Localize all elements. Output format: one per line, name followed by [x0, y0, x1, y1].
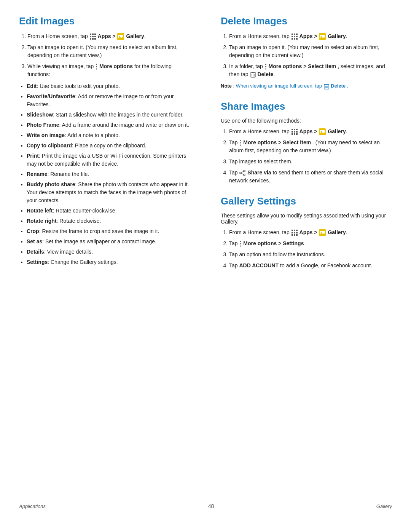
svg-rect-51 — [294, 133, 295, 135]
share-via-icon — [239, 170, 245, 176]
svg-rect-16 — [292, 34, 293, 35]
delete-step-3-delete: Delete — [257, 71, 273, 77]
svg-rect-65 — [292, 230, 293, 231]
svg-rect-17 — [294, 34, 295, 35]
trash-icon-note — [324, 83, 329, 89]
edit-bullets: Edit: Use basic tools to edit your photo… — [19, 82, 190, 266]
svg-rect-4 — [92, 36, 94, 37]
svg-point-29 — [265, 64, 266, 65]
bullet-details: Details: View image details. — [27, 248, 190, 256]
svg-rect-47 — [292, 131, 293, 133]
note-label: Note — [221, 83, 232, 89]
delete-note: Note : When viewing an image full screen… — [221, 82, 392, 90]
delete-step-3-prefix: In a folder, tap — [229, 63, 264, 69]
bullet-slideshow: Slideshow: Start a slideshow with the im… — [27, 111, 190, 119]
share-images-intro: Use one of the following methods: — [221, 118, 392, 124]
share-images-title: Share Images — [221, 101, 392, 112]
delete-step-1-text: From a Home screen, tap — [229, 33, 291, 39]
more-options-icon-3 — [239, 140, 241, 146]
svg-rect-49 — [296, 131, 298, 133]
svg-rect-46 — [296, 129, 298, 130]
svg-point-13 — [96, 64, 97, 65]
svg-point-31 — [265, 69, 266, 70]
share-step-3: Tap images to select them. — [229, 158, 392, 166]
svg-rect-24 — [296, 38, 298, 40]
gallery-settings-title: Gallery Settings — [221, 195, 392, 207]
note-text: : When viewing an image full screen, tap — [233, 83, 323, 89]
bullet-rotate-left: Rotate left: Rotate counter-clockwise. — [27, 207, 190, 215]
edit-step-2: Tap an image to open it. (You may need t… — [27, 43, 190, 59]
svg-rect-72 — [294, 234, 295, 236]
share-step-1-text: From a Home screen, tap — [229, 128, 291, 134]
gallery-settings-steps: From a Home screen, tap — [221, 228, 392, 270]
apps-icon-4 — [292, 230, 298, 236]
svg-rect-66 — [294, 230, 295, 231]
footer-page-number: 48 — [208, 503, 214, 509]
share-step-1: From a Home screen, tap — [229, 128, 392, 136]
svg-point-58 — [240, 142, 241, 143]
edit-step-3: While viewing an image, tap More options… — [27, 62, 190, 78]
right-column: Delete Images From a Home screen, tap — [213, 15, 392, 499]
bullet-set-as: Set as: Set the image as wallpaper or a … — [27, 238, 190, 246]
more-options-icon-4 — [239, 241, 241, 247]
gallery-step-1-gallery: Gallery — [328, 229, 346, 235]
more-options-icon-2 — [265, 64, 267, 70]
gallery-step-4-bold: ADD ACCOUNT — [239, 262, 279, 268]
bullet-rotate-right: Rotate right: Rotate clockwise. — [27, 217, 190, 225]
svg-rect-2 — [94, 34, 96, 35]
svg-point-61 — [240, 172, 241, 174]
svg-rect-45 — [294, 129, 295, 130]
svg-point-79 — [240, 243, 241, 244]
bullet-write-on-image: Write on image: Add a note to a photo. — [27, 131, 190, 139]
gallery-step-2-bold: More options > Settings — [243, 240, 304, 246]
svg-rect-52 — [296, 133, 298, 135]
gallery-step-4-prefix: Tap — [229, 262, 239, 268]
svg-rect-3 — [90, 36, 91, 37]
delete-step-3: In a folder, tap More options > Select i… — [229, 62, 392, 78]
delete-step-1: From a Home screen, tap — [229, 32, 392, 40]
left-column: Edit Images From a Home screen, tap — [19, 15, 198, 499]
page: Edit Images From a Home screen, tap — [0, 0, 411, 532]
delete-images-steps: From a Home screen, tap — [221, 32, 392, 78]
edit-step-3-prefix: While viewing an image, tap — [27, 63, 95, 69]
apps-icon-2 — [292, 34, 298, 40]
gallery-settings-intro: These settings allow you to modify setti… — [221, 212, 392, 225]
svg-rect-68 — [292, 232, 293, 233]
edit-step-2-text: Tap an image to open it. (You may need t… — [27, 44, 178, 58]
svg-rect-50 — [292, 133, 293, 135]
bullet-crop: Crop: Resize the frame to crop and save … — [27, 227, 190, 235]
share-step-1-apps: Apps > — [299, 128, 319, 134]
svg-rect-20 — [294, 36, 295, 37]
note-suffix: . — [347, 83, 349, 89]
svg-rect-8 — [94, 38, 96, 40]
edit-images-title: Edit Images — [19, 15, 190, 27]
share-step-1-gallery: Gallery — [328, 128, 346, 134]
svg-point-30 — [265, 66, 266, 67]
svg-point-78 — [240, 241, 241, 242]
trash-icon — [250, 72, 256, 78]
gallery-step-4: Tap ADD ACCOUNT to add a Google, or Face… — [229, 262, 392, 270]
note-delete: Delete — [331, 83, 346, 89]
svg-point-57 — [240, 140, 241, 141]
gallery-icon-2 — [319, 33, 326, 40]
bullet-settings: Settings: Change the Gallery settings. — [27, 258, 190, 266]
delete-step-2: Tap an image to open it. (You may need t… — [229, 43, 392, 59]
gallery-step-1: From a Home screen, tap — [229, 228, 392, 236]
share-step-2-bold: More options > Select item — [243, 139, 311, 145]
bullet-print: Print: Print the image via a USB or Wi-F… — [27, 152, 190, 168]
bullet-buddy-photo-share: Buddy photo share: Share the photo with … — [27, 181, 190, 204]
gallery-step-3: Tap an option and follow the instruction… — [229, 251, 392, 259]
svg-rect-44 — [292, 129, 293, 130]
svg-rect-71 — [292, 234, 293, 236]
edit-step-1: From a Home screen, tap — [27, 32, 190, 40]
svg-line-63 — [241, 171, 244, 173]
svg-point-80 — [240, 245, 241, 246]
share-images-steps: From a Home screen, tap — [221, 128, 392, 185]
svg-rect-67 — [296, 230, 298, 231]
edit-images-steps: From a Home screen, tap — [19, 32, 190, 78]
share-step-4-bold: Share via — [247, 169, 271, 176]
svg-rect-21 — [296, 36, 298, 37]
page-footer: Applications 48 Gallery — [19, 499, 392, 509]
bullet-rename: Rename: Rename the file. — [27, 170, 190, 178]
svg-rect-19 — [292, 36, 293, 37]
